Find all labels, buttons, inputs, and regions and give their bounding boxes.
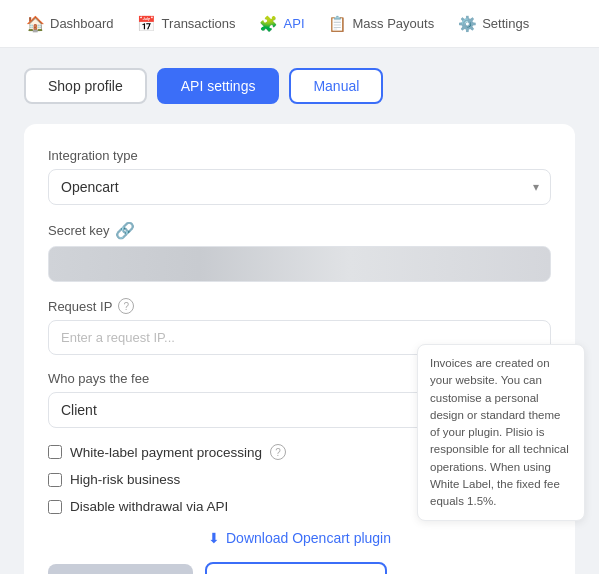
request-ip-help-icon[interactable]: ? (118, 298, 134, 314)
calendar-icon: 📅 (138, 15, 156, 33)
white-label-help-icon[interactable]: ? (270, 444, 286, 460)
tab-api-settings[interactable]: API settings (157, 68, 280, 104)
main-content: Shop profile API settings Manual Integra… (0, 48, 599, 574)
button-row: Save changes 🧩 How to use plugin? (48, 562, 551, 574)
home-icon: 🏠 (26, 15, 44, 33)
settings-card: Integration type Opencart WooCommerce Ma… (24, 124, 575, 574)
save-changes-button[interactable]: Save changes (48, 564, 193, 574)
nav-item-transactions[interactable]: 📅 Transactions (128, 9, 246, 39)
gear-icon: ⚙️ (458, 15, 476, 33)
nav-item-mass-payouts[interactable]: 📋 Mass Payouts (319, 9, 445, 39)
download-link-text: Download Opencart plugin (226, 530, 391, 546)
tooltip-box: Invoices are created on your website. Yo… (417, 344, 585, 521)
tab-shop-profile[interactable]: Shop profile (24, 68, 147, 104)
nav-item-dashboard[interactable]: 🏠 Dashboard (16, 9, 124, 39)
checkbox-white-label-text: White-label payment processing (70, 445, 262, 460)
secret-key-group: Secret key 🔗 (48, 221, 551, 282)
request-ip-label: Request IP ? (48, 298, 551, 314)
nav-item-api[interactable]: 🧩 API (250, 9, 315, 39)
puzzle-icon: 🧩 (260, 15, 278, 33)
integration-type-select-wrapper: Opencart WooCommerce Magento Custom ▾ (48, 169, 551, 205)
checkbox-disable-withdrawal-text: Disable withdrawal via API (70, 499, 228, 514)
checkbox-high-risk[interactable] (48, 473, 62, 487)
integration-type-label: Integration type (48, 148, 551, 163)
download-icon: ⬇ (208, 530, 220, 546)
nav-label-dashboard: Dashboard (50, 16, 114, 31)
secret-key-label: Secret key 🔗 (48, 221, 551, 240)
nav-label-transactions: Transactions (162, 16, 236, 31)
integration-type-group: Integration type Opencart WooCommerce Ma… (48, 148, 551, 205)
tab-manual[interactable]: Manual (289, 68, 383, 104)
secret-key-bar (48, 246, 551, 282)
copy-icon[interactable]: 🔗 (115, 221, 135, 240)
nav-label-api: API (284, 16, 305, 31)
tab-row: Shop profile API settings Manual (24, 68, 575, 104)
checkbox-disable-withdrawal[interactable] (48, 500, 62, 514)
doc-icon: 📋 (329, 15, 347, 33)
nav-item-settings[interactable]: ⚙️ Settings (448, 9, 539, 39)
checkbox-white-label[interactable] (48, 445, 62, 459)
checkbox-high-risk-text: High-risk business (70, 472, 180, 487)
tooltip-text: Invoices are created on your website. Yo… (430, 357, 569, 507)
integration-type-select[interactable]: Opencart WooCommerce Magento Custom (48, 169, 551, 205)
nav-label-mass-payouts: Mass Payouts (353, 16, 435, 31)
top-navigation: 🏠 Dashboard 📅 Transactions 🧩 API 📋 Mass … (0, 0, 599, 48)
nav-label-settings: Settings (482, 16, 529, 31)
download-plugin-link[interactable]: ⬇ Download Opencart plugin (48, 530, 551, 546)
how-to-use-button[interactable]: 🧩 How to use plugin? (205, 562, 387, 574)
